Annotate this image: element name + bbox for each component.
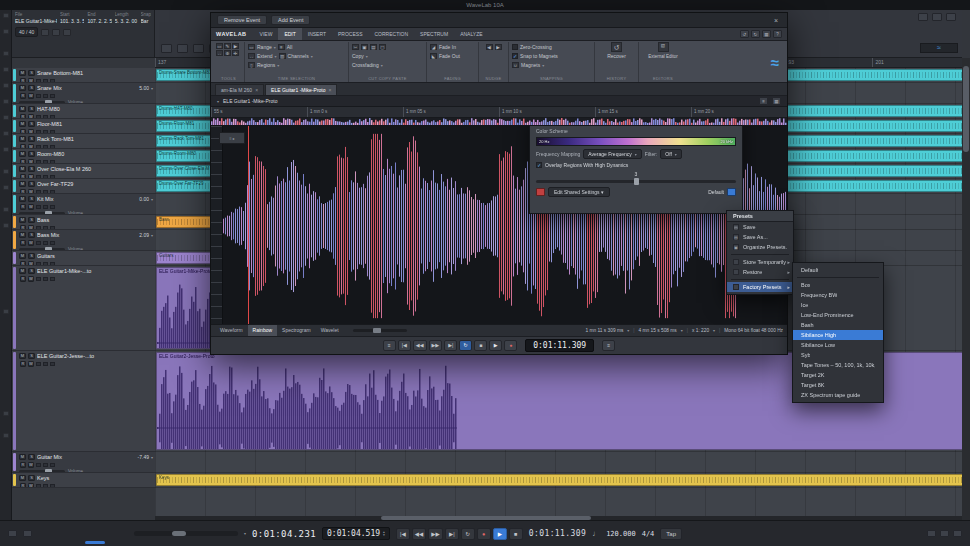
loop-button[interactable]: ↻ <box>461 528 475 540</box>
preset-menu-button[interactable] <box>727 188 736 196</box>
rainbow-waveform-display[interactable]: ≡ ▸ Rainbow Waveform Settings Color Sche… <box>211 126 787 324</box>
menu-item-store-temporarily[interactable]: Store Temporarily <box>727 257 793 267</box>
wl-play-button[interactable]: ▶ <box>489 340 502 351</box>
solo-button[interactable]: S <box>28 85 35 91</box>
monitor-icon[interactable] <box>36 145 41 149</box>
track-header-room-m80[interactable]: MSRoom-M80RW <box>12 149 155 164</box>
hand-tool-icon[interactable]: ✛ <box>232 50 239 56</box>
pencil-tool-icon[interactable]: ✎ <box>224 43 231 49</box>
menu-item-save-as[interactable]: ▤ Save As... <box>727 232 793 242</box>
preset-target-2k[interactable]: Target 2K <box>793 370 883 380</box>
solo-button[interactable]: S <box>28 136 35 142</box>
view-tab[interactable]: Rainbow <box>248 325 277 336</box>
wl-rewind-button[interactable]: ◀◀ <box>413 340 427 351</box>
rewind-button[interactable]: ◀◀ <box>412 528 426 540</box>
monitor-icon[interactable] <box>36 130 41 134</box>
browser-icon[interactable] <box>946 13 956 21</box>
time-select-tool-icon[interactable]: ▭ <box>216 43 223 49</box>
regions-label[interactable]: Regions <box>257 62 275 68</box>
automation-write-button[interactable]: W <box>28 483 34 489</box>
nudge-left-icon[interactable]: ◀ <box>486 44 493 50</box>
track-volume-value[interactable]: 5.00 <box>139 85 149 91</box>
color-scheme-gradient[interactable]: 20 Hz 20 kHz <box>536 137 736 146</box>
record-arm-button[interactable]: R <box>20 204 26 210</box>
fx-icon[interactable] <box>50 145 55 149</box>
chevron-down-icon[interactable]: ▾ <box>217 99 219 104</box>
filter-dropdown[interactable]: Off▾ <box>660 149 682 159</box>
mute-button[interactable]: M <box>19 136 26 142</box>
monitor-icon[interactable] <box>36 277 41 281</box>
regions-icon[interactable]: ▯ <box>248 62 255 68</box>
solo-button[interactable]: S <box>28 121 35 127</box>
menu-tab[interactable]: ANALYZE <box>454 28 488 40</box>
document-tab[interactable]: am-Ela M 260× <box>215 84 264 95</box>
monitor-icon[interactable] <box>36 241 41 245</box>
magnet-icon[interactable] <box>52 29 60 36</box>
play-button[interactable]: ▶ <box>493 528 507 540</box>
input-icon[interactable] <box>43 277 48 281</box>
fx-icon[interactable] <box>50 241 55 245</box>
fade-in-label[interactable]: Fade In <box>439 44 456 50</box>
solo-button[interactable]: S <box>28 454 35 460</box>
preset-target-8k[interactable]: Target 8K <box>793 380 883 390</box>
extend-icon[interactable]: ↔ <box>248 53 255 59</box>
transport-options-icon[interactable] <box>8 530 17 537</box>
end-value[interactable]: 107. 2. 2. 50 <box>87 18 111 24</box>
remove-event-button[interactable]: Remove Event <box>217 15 267 25</box>
fx-icon[interactable] <box>50 205 55 209</box>
track-header-guitars[interactable]: MSGuitarsRW <box>12 251 155 266</box>
workspace-icon[interactable]: ▦ <box>762 30 771 38</box>
tap-tempo-button[interactable]: Tap <box>660 528 682 540</box>
range-tool-icon[interactable] <box>177 44 188 53</box>
zoom-slider[interactable] <box>353 329 407 332</box>
all-label[interactable]: All <box>287 44 293 50</box>
undo-icon[interactable]: ↺ <box>740 30 749 38</box>
frequency-mapping-dropdown[interactable]: Average Frequency▾ <box>583 149 642 159</box>
input-icon[interactable] <box>43 241 48 245</box>
fx-icon[interactable] <box>50 160 55 164</box>
input-icon[interactable] <box>43 145 48 149</box>
preset-default[interactable]: Default <box>793 265 883 275</box>
time-display-secondary[interactable]: 0:01:04.519 ▲▼ <box>322 527 390 540</box>
solo-button[interactable]: S <box>28 106 35 112</box>
menu-tab[interactable]: INSERT <box>302 28 332 40</box>
automation-write-button[interactable]: W <box>28 204 34 210</box>
vertical-scrollbar[interactable] <box>962 58 970 520</box>
input-icon[interactable] <box>43 205 48 209</box>
input-icon[interactable] <box>43 130 48 134</box>
time-display-primary[interactable]: 0:01:04.231 <box>252 529 316 539</box>
automation-write-button[interactable]: W <box>28 240 34 246</box>
mute-button[interactable]: M <box>19 85 26 91</box>
forward-button[interactable]: ▶▶ <box>428 528 442 540</box>
fx-icon[interactable] <box>50 262 55 266</box>
wl-time-display[interactable]: 0:01:11.309 <box>525 339 594 352</box>
go-end-button[interactable]: ▶| <box>445 528 459 540</box>
track-volume-value[interactable]: 0.00 <box>139 196 149 202</box>
solo-button[interactable]: S <box>28 166 35 172</box>
menu-tab[interactable]: CORRECTION <box>368 28 414 40</box>
close-icon[interactable]: × <box>771 17 781 24</box>
mute-button[interactable]: M <box>19 121 26 127</box>
lock-icon[interactable] <box>41 29 49 36</box>
track-header-rack-tom-m81[interactable]: MSRack Tom-M81RW <box>12 134 155 149</box>
preset-low-end-prominence[interactable]: Low-End Prominence <box>793 310 883 320</box>
mute-button[interactable]: M <box>19 106 26 112</box>
crossfading-label[interactable]: Crossfading <box>352 62 379 68</box>
help-icon[interactable]: ? <box>773 30 782 38</box>
input-icon[interactable] <box>43 362 48 366</box>
fx-icon[interactable] <box>50 94 55 98</box>
song-position-thumb[interactable] <box>172 531 186 536</box>
list-icon[interactable]: ≡ <box>759 97 768 105</box>
song-position-slider[interactable] <box>134 531 238 536</box>
input-icon[interactable] <box>43 484 48 488</box>
copy-icon[interactable]: ▣ <box>361 44 368 50</box>
mute-button[interactable]: M <box>19 353 26 359</box>
fx-icon[interactable] <box>50 277 55 281</box>
nudge-right-icon[interactable]: ▶ <box>495 44 502 50</box>
solo-button[interactable]: S <box>28 232 35 238</box>
wl-settings-button[interactable]: ≡ <box>602 340 615 351</box>
preset-frequency-bw[interactable]: Frequency BW <box>793 290 883 300</box>
mute-button[interactable]: M <box>19 181 26 187</box>
automation-write-button[interactable]: W <box>28 276 34 282</box>
wl-menu-button[interactable]: ≡ <box>383 340 396 351</box>
